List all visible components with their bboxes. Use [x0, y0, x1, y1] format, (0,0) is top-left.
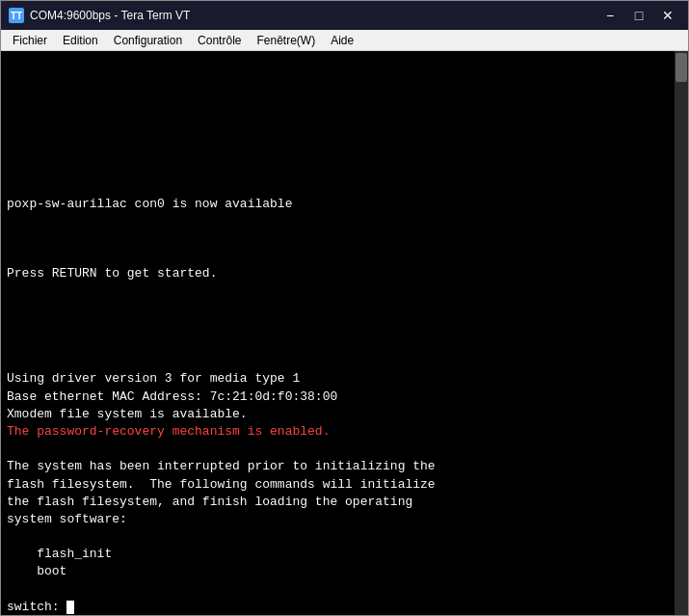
menu-controle[interactable]: Contrôle	[190, 30, 249, 50]
scrollbar-thumb[interactable]	[676, 53, 687, 82]
menu-fenetre[interactable]: Fenêtre(W)	[249, 30, 323, 50]
menu-aide[interactable]: Aide	[323, 30, 361, 50]
terminal-line-6: The system has been interrupted prior to…	[7, 459, 436, 614]
app-icon: TT	[9, 8, 24, 23]
close-button[interactable]: ✕	[655, 6, 680, 25]
terminal-line-highlighted: The password-recovery mechanism is enabl…	[7, 424, 330, 439]
window-title: COM4:9600bps - Tera Term VT	[30, 9, 190, 22]
title-bar-left: TT COM4:9600bps - Tera Term VT	[9, 8, 190, 23]
terminal-cursor	[66, 601, 74, 614]
title-bar-controls: − □ ✕	[597, 6, 680, 25]
terminal-output: poxp-sw-aurillac con0 is now available P…	[7, 55, 682, 615]
terminal-area[interactable]: poxp-sw-aurillac con0 is now available P…	[1, 51, 688, 615]
menu-fichier[interactable]: Fichier	[5, 30, 55, 50]
terminal-line-4: Press RETURN to get started.	[7, 266, 217, 281]
main-window: TT COM4:9600bps - Tera Term VT − □ ✕ Fic…	[0, 0, 689, 616]
terminal-line-5: Using driver version 3 for media type 1 …	[7, 371, 337, 420]
scrollbar[interactable]	[675, 51, 688, 615]
terminal-line-3: poxp-sw-aurillac con0 is now available	[7, 197, 292, 211]
app-icon-text: TT	[11, 11, 22, 21]
maximize-button[interactable]: □	[626, 6, 651, 25]
minimize-button[interactable]: −	[597, 6, 623, 25]
title-bar: TT COM4:9600bps - Tera Term VT − □ ✕	[1, 1, 688, 30]
menu-bar: Fichier Edition Configuration Contrôle F…	[1, 30, 688, 51]
menu-edition[interactable]: Edition	[55, 30, 106, 50]
menu-configuration[interactable]: Configuration	[106, 30, 190, 50]
